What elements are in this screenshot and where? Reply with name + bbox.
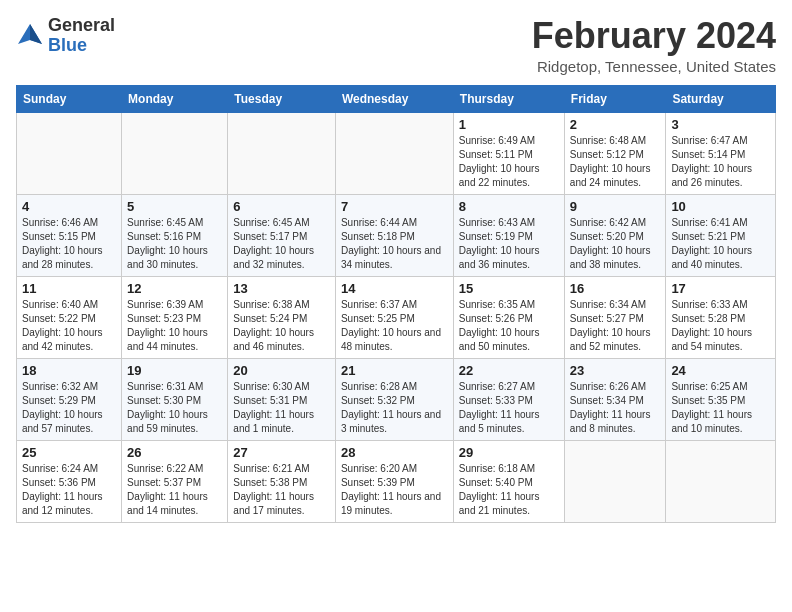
day-info: Sunrise: 6:45 AMSunset: 5:17 PMDaylight:… (233, 216, 330, 272)
day-info: Sunrise: 6:44 AMSunset: 5:18 PMDaylight:… (341, 216, 448, 272)
day-number: 18 (22, 363, 116, 378)
weekday-header-thursday: Thursday (453, 85, 564, 112)
day-number: 19 (127, 363, 222, 378)
day-info: Sunrise: 6:45 AMSunset: 5:16 PMDaylight:… (127, 216, 222, 272)
day-info: Sunrise: 6:40 AMSunset: 5:22 PMDaylight:… (22, 298, 116, 354)
day-number: 17 (671, 281, 770, 296)
day-info: Sunrise: 6:30 AMSunset: 5:31 PMDaylight:… (233, 380, 330, 436)
calendar-cell: 13Sunrise: 6:38 AMSunset: 5:24 PMDayligh… (228, 276, 336, 358)
calendar-cell: 15Sunrise: 6:35 AMSunset: 5:26 PMDayligh… (453, 276, 564, 358)
day-info: Sunrise: 6:49 AMSunset: 5:11 PMDaylight:… (459, 134, 559, 190)
day-number: 28 (341, 445, 448, 460)
day-number: 2 (570, 117, 661, 132)
calendar-week-3: 11Sunrise: 6:40 AMSunset: 5:22 PMDayligh… (17, 276, 776, 358)
day-number: 6 (233, 199, 330, 214)
calendar-cell: 20Sunrise: 6:30 AMSunset: 5:31 PMDayligh… (228, 358, 336, 440)
day-info: Sunrise: 6:47 AMSunset: 5:14 PMDaylight:… (671, 134, 770, 190)
day-number: 24 (671, 363, 770, 378)
calendar-cell: 18Sunrise: 6:32 AMSunset: 5:29 PMDayligh… (17, 358, 122, 440)
day-info: Sunrise: 6:39 AMSunset: 5:23 PMDaylight:… (127, 298, 222, 354)
calendar-cell: 7Sunrise: 6:44 AMSunset: 5:18 PMDaylight… (335, 194, 453, 276)
day-info: Sunrise: 6:37 AMSunset: 5:25 PMDaylight:… (341, 298, 448, 354)
day-info: Sunrise: 6:24 AMSunset: 5:36 PMDaylight:… (22, 462, 116, 518)
weekday-header-wednesday: Wednesday (335, 85, 453, 112)
day-info: Sunrise: 6:34 AMSunset: 5:27 PMDaylight:… (570, 298, 661, 354)
day-info: Sunrise: 6:42 AMSunset: 5:20 PMDaylight:… (570, 216, 661, 272)
calendar-cell (17, 112, 122, 194)
day-number: 7 (341, 199, 448, 214)
weekday-header-tuesday: Tuesday (228, 85, 336, 112)
day-number: 29 (459, 445, 559, 460)
logo-icon (16, 22, 44, 50)
day-number: 12 (127, 281, 222, 296)
weekday-header-saturday: Saturday (666, 85, 776, 112)
calendar-cell: 2Sunrise: 6:48 AMSunset: 5:12 PMDaylight… (564, 112, 666, 194)
day-number: 26 (127, 445, 222, 460)
weekday-header-friday: Friday (564, 85, 666, 112)
day-info: Sunrise: 6:18 AMSunset: 5:40 PMDaylight:… (459, 462, 559, 518)
day-number: 1 (459, 117, 559, 132)
calendar-cell (228, 112, 336, 194)
day-info: Sunrise: 6:35 AMSunset: 5:26 PMDaylight:… (459, 298, 559, 354)
day-info: Sunrise: 6:46 AMSunset: 5:15 PMDaylight:… (22, 216, 116, 272)
day-info: Sunrise: 6:32 AMSunset: 5:29 PMDaylight:… (22, 380, 116, 436)
calendar-header: SundayMondayTuesdayWednesdayThursdayFrid… (17, 85, 776, 112)
calendar-week-5: 25Sunrise: 6:24 AMSunset: 5:36 PMDayligh… (17, 440, 776, 522)
day-info: Sunrise: 6:27 AMSunset: 5:33 PMDaylight:… (459, 380, 559, 436)
calendar-cell: 24Sunrise: 6:25 AMSunset: 5:35 PMDayligh… (666, 358, 776, 440)
day-info: Sunrise: 6:48 AMSunset: 5:12 PMDaylight:… (570, 134, 661, 190)
calendar-cell (335, 112, 453, 194)
calendar-cell: 1Sunrise: 6:49 AMSunset: 5:11 PMDaylight… (453, 112, 564, 194)
calendar-cell (122, 112, 228, 194)
calendar-cell: 17Sunrise: 6:33 AMSunset: 5:28 PMDayligh… (666, 276, 776, 358)
calendar-cell: 28Sunrise: 6:20 AMSunset: 5:39 PMDayligh… (335, 440, 453, 522)
day-number: 9 (570, 199, 661, 214)
calendar-cell: 4Sunrise: 6:46 AMSunset: 5:15 PMDaylight… (17, 194, 122, 276)
weekday-header-sunday: Sunday (17, 85, 122, 112)
calendar-cell (666, 440, 776, 522)
day-info: Sunrise: 6:28 AMSunset: 5:32 PMDaylight:… (341, 380, 448, 436)
calendar-cell: 23Sunrise: 6:26 AMSunset: 5:34 PMDayligh… (564, 358, 666, 440)
weekday-header-monday: Monday (122, 85, 228, 112)
day-number: 4 (22, 199, 116, 214)
day-number: 20 (233, 363, 330, 378)
day-info: Sunrise: 6:41 AMSunset: 5:21 PMDaylight:… (671, 216, 770, 272)
calendar-cell: 21Sunrise: 6:28 AMSunset: 5:32 PMDayligh… (335, 358, 453, 440)
day-info: Sunrise: 6:22 AMSunset: 5:37 PMDaylight:… (127, 462, 222, 518)
day-number: 15 (459, 281, 559, 296)
page-subtitle: Ridgetop, Tennessee, United States (532, 58, 776, 75)
calendar-cell: 10Sunrise: 6:41 AMSunset: 5:21 PMDayligh… (666, 194, 776, 276)
day-info: Sunrise: 6:20 AMSunset: 5:39 PMDaylight:… (341, 462, 448, 518)
calendar-cell: 11Sunrise: 6:40 AMSunset: 5:22 PMDayligh… (17, 276, 122, 358)
logo-blue-text: Blue (48, 35, 87, 55)
day-info: Sunrise: 6:33 AMSunset: 5:28 PMDaylight:… (671, 298, 770, 354)
day-number: 8 (459, 199, 559, 214)
day-info: Sunrise: 6:31 AMSunset: 5:30 PMDaylight:… (127, 380, 222, 436)
day-info: Sunrise: 6:43 AMSunset: 5:19 PMDaylight:… (459, 216, 559, 272)
calendar-cell: 22Sunrise: 6:27 AMSunset: 5:33 PMDayligh… (453, 358, 564, 440)
day-number: 16 (570, 281, 661, 296)
calendar-cell: 3Sunrise: 6:47 AMSunset: 5:14 PMDaylight… (666, 112, 776, 194)
day-number: 11 (22, 281, 116, 296)
calendar-week-1: 1Sunrise: 6:49 AMSunset: 5:11 PMDaylight… (17, 112, 776, 194)
day-number: 5 (127, 199, 222, 214)
day-number: 25 (22, 445, 116, 460)
calendar-body: 1Sunrise: 6:49 AMSunset: 5:11 PMDaylight… (17, 112, 776, 522)
calendar-cell: 16Sunrise: 6:34 AMSunset: 5:27 PMDayligh… (564, 276, 666, 358)
day-number: 14 (341, 281, 448, 296)
calendar-cell: 26Sunrise: 6:22 AMSunset: 5:37 PMDayligh… (122, 440, 228, 522)
day-number: 27 (233, 445, 330, 460)
svg-marker-2 (30, 24, 42, 44)
calendar-cell: 14Sunrise: 6:37 AMSunset: 5:25 PMDayligh… (335, 276, 453, 358)
day-number: 22 (459, 363, 559, 378)
weekday-header-row: SundayMondayTuesdayWednesdayThursdayFrid… (17, 85, 776, 112)
logo-general-text: General (48, 15, 115, 35)
calendar-cell: 12Sunrise: 6:39 AMSunset: 5:23 PMDayligh… (122, 276, 228, 358)
day-number: 10 (671, 199, 770, 214)
calendar-cell (564, 440, 666, 522)
calendar-week-4: 18Sunrise: 6:32 AMSunset: 5:29 PMDayligh… (17, 358, 776, 440)
day-info: Sunrise: 6:26 AMSunset: 5:34 PMDaylight:… (570, 380, 661, 436)
header: General Blue February 2024 Ridgetop, Ten… (16, 16, 776, 75)
day-info: Sunrise: 6:25 AMSunset: 5:35 PMDaylight:… (671, 380, 770, 436)
calendar-cell: 27Sunrise: 6:21 AMSunset: 5:38 PMDayligh… (228, 440, 336, 522)
